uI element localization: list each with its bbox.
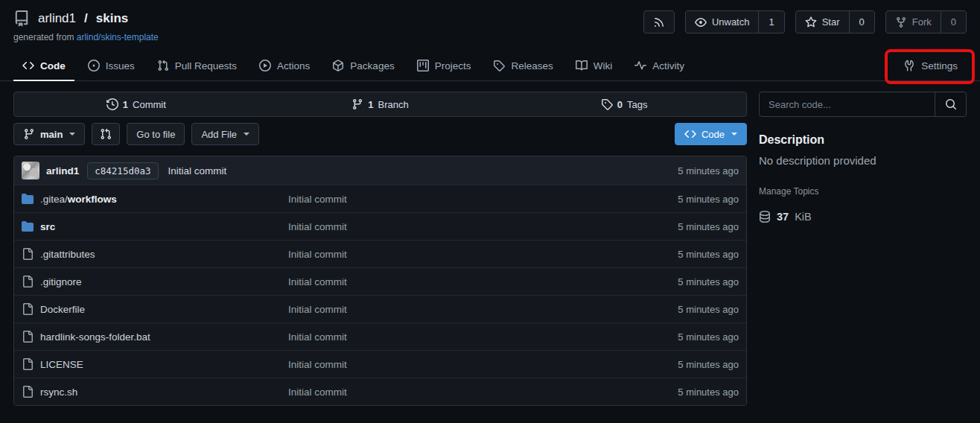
file-commit-message[interactable]: Initial commit: [288, 276, 347, 287]
file-name-link[interactable]: .gitignore: [40, 276, 82, 287]
tab-actions[interactable]: Actions: [250, 52, 319, 81]
pull-request-icon: [157, 60, 169, 71]
file-commit-message[interactable]: Initial commit: [288, 221, 347, 232]
file-time: 5 minutes ago: [678, 359, 739, 370]
branch-icon: [351, 98, 363, 110]
tags-stat[interactable]: 0Tags: [502, 92, 746, 116]
search-input[interactable]: [760, 92, 935, 116]
tab-releases[interactable]: Releases: [484, 52, 561, 81]
file-row: src Initial commit 5 minutes ago: [14, 212, 746, 240]
tag-icon: [493, 60, 505, 71]
tab-settings[interactable]: Settings: [894, 52, 967, 81]
rss-button[interactable]: [643, 10, 675, 34]
file-time: 5 minutes ago: [678, 304, 739, 315]
tab-projects[interactable]: Projects: [408, 52, 480, 81]
compare-button[interactable]: [92, 123, 120, 145]
issue-icon: [88, 60, 100, 71]
tab-packages[interactable]: Packages: [323, 52, 403, 81]
latest-commit-row: arlind1 c84215d0a3 Initial commit 5 minu…: [14, 156, 746, 185]
tab-code[interactable]: Code: [13, 52, 74, 81]
file-time: 5 minutes ago: [678, 221, 739, 232]
chevron-down-icon: [731, 133, 737, 136]
repo-icon: [13, 10, 30, 27]
history-icon: [106, 98, 118, 110]
code-download-button[interactable]: Code: [675, 123, 747, 145]
pulse-icon: [634, 60, 646, 71]
file-commit-message[interactable]: Initial commit: [288, 331, 347, 343]
unwatch-button[interactable]: Unwatch: [686, 11, 759, 33]
repo-stats-bar: 1Commit 1Branch 0Tags: [13, 92, 747, 117]
tab-activity[interactable]: Activity: [626, 52, 693, 81]
repo-owner-link[interactable]: arlind1: [38, 11, 76, 26]
branch-selector[interactable]: main: [13, 123, 85, 145]
file-commit-message[interactable]: Initial commit: [288, 249, 347, 260]
search-icon: [945, 98, 957, 110]
avatar[interactable]: [22, 162, 39, 179]
commit-author-link[interactable]: arlind1: [46, 165, 79, 176]
manage-topics-link[interactable]: Manage Topics: [759, 186, 819, 197]
tab-pull-requests[interactable]: Pull Requests: [148, 52, 246, 81]
file-row: .gitea/workflows Initial commit 5 minute…: [14, 185, 746, 212]
file-commit-message[interactable]: Initial commit: [288, 304, 347, 315]
star-button[interactable]: Star: [796, 11, 849, 33]
file-icon: [22, 358, 34, 370]
main-column: 1Commit 1Branch 0Tags main Go to file: [13, 92, 747, 406]
commits-stat[interactable]: 1Commit: [14, 92, 258, 116]
code-search-group: [759, 92, 967, 117]
file-time: 5 minutes ago: [678, 276, 739, 287]
file-table: arlind1 c84215d0a3 Initial commit 5 minu…: [13, 156, 747, 406]
file-icon: [22, 303, 34, 315]
branches-stat[interactable]: 1Branch: [258, 92, 503, 116]
file-name-link[interactable]: .gitattributes: [40, 249, 95, 260]
repo-toolbar: main Go to file Add File Code: [13, 123, 747, 145]
file-name-link[interactable]: rsync.sh: [40, 387, 77, 398]
tab-wiki[interactable]: Wiki: [567, 52, 622, 81]
file-name-link[interactable]: hardlink-songs-folder.bat: [40, 331, 150, 343]
file-name-link[interactable]: Dockerfile: [40, 304, 85, 315]
file-name-link[interactable]: src: [40, 221, 55, 232]
file-row: Dockerfile Initial commit 5 minutes ago: [14, 295, 746, 322]
commit-time: 5 minutes ago: [678, 165, 739, 176]
add-file-button[interactable]: Add File: [191, 123, 259, 145]
fork-count[interactable]: 0: [941, 11, 966, 33]
compare-icon: [100, 128, 112, 140]
fork-group: Fork 0: [885, 10, 967, 34]
fork-icon: [895, 16, 907, 28]
star-count[interactable]: 0: [849, 11, 874, 33]
file-time: 5 minutes ago: [678, 387, 739, 398]
file-row: .gitattributes Initial commit 5 minutes …: [14, 240, 746, 267]
repo-action-buttons: Unwatch 1 Star 0 Fork 0: [643, 10, 967, 34]
database-icon: [759, 211, 771, 223]
repo-name-link[interactable]: skins: [96, 11, 128, 26]
project-board-icon: [417, 60, 429, 71]
file-time: 5 minutes ago: [678, 331, 739, 343]
package-icon: [332, 60, 344, 71]
file-commit-message[interactable]: Initial commit: [288, 387, 347, 398]
watch-count[interactable]: 1: [758, 11, 783, 33]
commit-message-link[interactable]: Initial commit: [168, 165, 227, 176]
search-button[interactable]: [935, 92, 966, 116]
file-name-link[interactable]: LICENSE: [40, 359, 83, 370]
tab-issues[interactable]: Issues: [79, 52, 144, 81]
folder-icon: [22, 220, 34, 232]
description-text: No description provided: [759, 154, 967, 167]
fork-button[interactable]: Fork: [886, 11, 941, 33]
commit-hash-badge[interactable]: c84215d0a3: [87, 162, 158, 179]
book-icon: [576, 60, 588, 71]
file-commit-message[interactable]: Initial commit: [288, 194, 347, 205]
repo-header: arlind1 / skins generated from arlind/sk…: [0, 0, 980, 42]
code-icon: [684, 128, 696, 140]
file-name-link[interactable]: .gitea/workflows: [40, 194, 117, 205]
file-row: LICENSE Initial commit 5 minutes ago: [14, 350, 746, 378]
branch-icon: [23, 128, 35, 140]
file-icon: [22, 331, 34, 343]
description-heading: Description: [759, 133, 967, 147]
file-row: rsync.sh Initial commit 5 minutes ago: [14, 378, 746, 405]
folder-icon: [22, 193, 34, 205]
file-commit-message[interactable]: Initial commit: [288, 359, 347, 370]
rss-icon: [653, 16, 665, 28]
go-to-file-button[interactable]: Go to file: [127, 123, 185, 145]
generated-from-label: generated from: [13, 32, 74, 42]
template-repo-link[interactable]: arlind/skins-template: [77, 32, 159, 42]
star-icon: [805, 16, 817, 28]
